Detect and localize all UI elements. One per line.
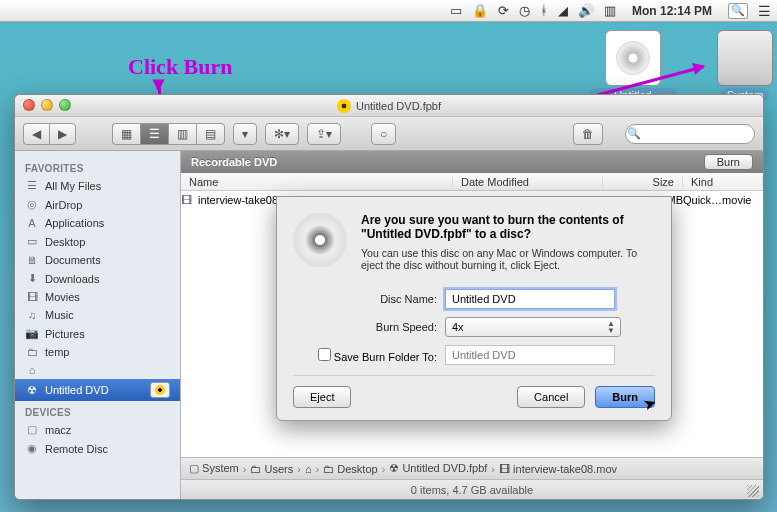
list-view-button[interactable]: ☰ bbox=[140, 123, 168, 145]
sidebar-icon: 📷 bbox=[25, 327, 39, 340]
notification-center-icon[interactable]: ☰ bbox=[758, 3, 771, 19]
sidebar-icon: ⬇ bbox=[25, 272, 39, 285]
nav-buttons: ◀ ▶ bbox=[23, 123, 76, 145]
volume-icon[interactable]: 🔊 bbox=[578, 3, 594, 18]
resize-grip[interactable] bbox=[747, 485, 759, 497]
sidebar-item-label: Downloads bbox=[45, 273, 99, 285]
sidebar-icon: ◎ bbox=[25, 198, 39, 211]
sidebar-item[interactable]: ☰All My Files bbox=[15, 176, 180, 195]
sidebar-icon: ◉ bbox=[25, 442, 39, 455]
burn-confirm-button[interactable]: Burn ➤ bbox=[595, 386, 655, 408]
back-button[interactable]: ◀ bbox=[23, 123, 49, 145]
sidebar-icon: ♫ bbox=[25, 309, 39, 321]
annotation-text: Click Burn bbox=[128, 54, 233, 80]
col-name[interactable]: Name bbox=[181, 176, 453, 188]
eject-button[interactable]: Eject bbox=[293, 386, 351, 408]
close-button[interactable] bbox=[23, 99, 35, 111]
burn-folder-icon bbox=[605, 30, 661, 86]
sidebar-item[interactable]: ▢macz bbox=[15, 420, 180, 439]
sidebar-icon: ▢ bbox=[25, 423, 39, 436]
sidebar-item-label: Untitled DVD bbox=[45, 384, 109, 396]
sidebar-item-untitled-dvd[interactable]: ☢ Untitled DVD bbox=[15, 379, 180, 401]
col-size[interactable]: Size bbox=[603, 176, 683, 188]
sidebar-item-label: Music bbox=[45, 309, 74, 321]
timemachine-icon[interactable]: ◷ bbox=[519, 3, 530, 18]
status-bar: 0 items, 4.7 GB available bbox=[181, 479, 763, 499]
save-folder-checkbox[interactable] bbox=[318, 348, 331, 361]
titlebar[interactable]: Untitled DVD.fpbf bbox=[15, 95, 763, 117]
path-seg[interactable]: 🗀 Desktop bbox=[323, 463, 377, 475]
action-button[interactable]: ✻▾ bbox=[265, 123, 299, 145]
menubar: ▭ 🔒 ⟳ ◷ ᚼ ◢ 🔊 ▥ Mon 12:14 PM 🔍 ☰ bbox=[0, 0, 777, 22]
sidebar-item[interactable]: ◉Remote Disc bbox=[15, 439, 180, 458]
burn-speed-label: Burn Speed: bbox=[317, 321, 437, 333]
burn-badge-icon[interactable] bbox=[150, 382, 170, 398]
band-header-label: Recordable DVD bbox=[191, 156, 277, 168]
trash-button[interactable]: 🗑 bbox=[573, 123, 603, 145]
burn-button[interactable]: Burn bbox=[704, 154, 753, 170]
tag-button[interactable]: ○ bbox=[371, 123, 396, 145]
path-seg[interactable]: 🎞 interview-take08.mov bbox=[499, 463, 617, 475]
sidebar-item[interactable]: ♫Music bbox=[15, 306, 180, 324]
sidebar-item-label: Documents bbox=[45, 254, 101, 266]
burn-speed-select[interactable]: 4x ▲▼ bbox=[445, 317, 621, 337]
sync-icon[interactable]: ⟳ bbox=[498, 3, 509, 18]
sidebar-item[interactable]: 🗎Documents bbox=[15, 251, 180, 269]
sheet-subtext: You can use this disc on any Mac or Wind… bbox=[361, 247, 655, 271]
chevron-updown-icon: ▲▼ bbox=[604, 320, 618, 334]
view-switcher: ▦ ☰ ▥ ▤ bbox=[112, 123, 225, 145]
forward-button[interactable]: ▶ bbox=[49, 123, 76, 145]
bluetooth-icon[interactable]: ᚼ bbox=[540, 3, 548, 18]
icon-view-button[interactable]: ▦ bbox=[112, 123, 140, 145]
toolbar: ◀ ▶ ▦ ☰ ▥ ▤ ▾ ✻▾ ⇪▾ ○ 🗑 🔍 bbox=[15, 117, 763, 151]
col-kind[interactable]: Kind bbox=[683, 176, 763, 188]
sidebar-icon: 🎞 bbox=[25, 291, 39, 303]
sidebar-item-label: Remote Disc bbox=[45, 443, 108, 455]
sidebar-icon: A bbox=[25, 217, 39, 229]
cursor-icon: ➤ bbox=[642, 393, 659, 412]
sidebar-icon: 🗀 bbox=[25, 346, 39, 358]
sidebar-icon: 🗎 bbox=[25, 254, 39, 266]
sidebar-item[interactable]: 🗀temp bbox=[15, 343, 180, 361]
column-view-button[interactable]: ▥ bbox=[168, 123, 196, 145]
window-title: Untitled DVD.fpbf bbox=[356, 100, 441, 112]
sidebar-item[interactable]: AApplications bbox=[15, 214, 180, 232]
sidebar-item[interactable]: ◎AirDrop bbox=[15, 195, 180, 214]
sidebar-item[interactable]: 🎞Movies bbox=[15, 288, 180, 306]
sidebar-item-label: macz bbox=[45, 424, 71, 436]
path-seg[interactable]: ☢ Untitled DVD.fpbf bbox=[389, 462, 487, 475]
coverflow-view-button[interactable]: ▤ bbox=[196, 123, 225, 145]
arrange-button[interactable]: ▾ bbox=[233, 123, 257, 145]
path-seg[interactable]: 🗀 Users bbox=[250, 463, 293, 475]
disc-name-input[interactable] bbox=[445, 289, 615, 309]
menubar-clock[interactable]: Mon 12:14 PM bbox=[632, 4, 712, 18]
share-button[interactable]: ⇪▾ bbox=[307, 123, 341, 145]
wifi-icon[interactable]: ◢ bbox=[558, 3, 568, 18]
disc-name-label: Disc Name: bbox=[317, 293, 437, 305]
lock-icon[interactable]: 🔒 bbox=[472, 3, 488, 18]
sidebar-item-label: Movies bbox=[45, 291, 80, 303]
airplay-icon[interactable]: ▭ bbox=[450, 3, 462, 18]
disc-icon bbox=[293, 213, 347, 267]
zoom-button[interactable] bbox=[59, 99, 71, 111]
burn-speed-value: 4x bbox=[452, 321, 464, 333]
sidebar-item[interactable]: ⬇Downloads bbox=[15, 269, 180, 288]
battery-icon[interactable]: ▥ bbox=[604, 3, 616, 18]
col-date[interactable]: Date Modified bbox=[453, 176, 603, 188]
path-bar: ▢ System› 🗀 Users› ⌂› 🗀 Desktop› ☢ Untit… bbox=[181, 457, 763, 479]
minimize-button[interactable] bbox=[41, 99, 53, 111]
sidebar-item-label: Applications bbox=[45, 217, 104, 229]
sidebar-item[interactable]: 📷Pictures bbox=[15, 324, 180, 343]
sidebar-item-label: temp bbox=[45, 346, 69, 358]
desktop-system-drive[interactable]: System bbox=[700, 30, 777, 102]
sidebar-item[interactable]: ⌂ bbox=[15, 361, 180, 379]
window-controls bbox=[23, 99, 71, 111]
burn-folder-icon: ☢ bbox=[25, 384, 39, 397]
sidebar-item[interactable]: ▭Desktop bbox=[15, 232, 180, 251]
search-input[interactable] bbox=[625, 124, 755, 144]
path-seg[interactable]: ▢ System bbox=[189, 462, 239, 475]
path-seg[interactable]: ⌂ bbox=[305, 463, 312, 475]
cancel-button[interactable]: Cancel bbox=[517, 386, 585, 408]
spotlight-icon[interactable]: 🔍 bbox=[728, 3, 748, 19]
sidebar-icon: ⌂ bbox=[25, 364, 39, 376]
